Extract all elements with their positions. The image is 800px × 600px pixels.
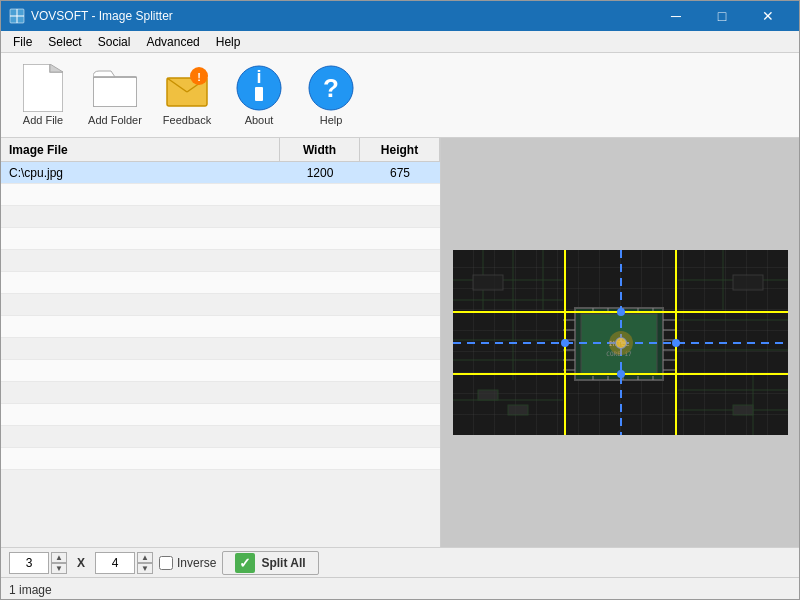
table-row[interactable]	[1, 338, 440, 360]
rows-spinner: ▲ ▼	[95, 552, 153, 574]
cell-image-file: C:\cpu.jpg	[1, 162, 280, 183]
svg-point-71	[617, 308, 625, 316]
rows-up-arrow[interactable]: ▲	[137, 552, 153, 563]
circuit-svg: INTEL CORE i7	[453, 250, 788, 435]
close-button[interactable]: ✕	[745, 1, 791, 31]
circuit-board-image: INTEL CORE i7	[453, 250, 788, 435]
svg-marker-4	[50, 64, 63, 72]
window-controls: ─ □ ✕	[653, 1, 791, 31]
add-folder-icon	[91, 64, 139, 112]
toolbar: Add File Add Folder ! Feedba	[1, 53, 799, 138]
rows-arrows: ▲ ▼	[137, 552, 153, 574]
split-all-label: Split All	[261, 556, 305, 570]
add-file-label: Add File	[23, 114, 63, 126]
svg-rect-33	[508, 405, 528, 415]
bottom-controls: ▲ ▼ X ▲ ▼ Inverse ✓ Split All	[1, 547, 799, 577]
split-check-icon: ✓	[235, 553, 255, 573]
svg-point-69	[561, 339, 569, 347]
titlebar: VOVSOFT - Image Splitter ─ □ ✕	[1, 1, 799, 31]
rows-down-arrow[interactable]: ▼	[137, 563, 153, 574]
feedback-icon: !	[163, 64, 211, 112]
about-icon: i	[235, 64, 283, 112]
about-label: About	[245, 114, 274, 126]
col-header-width: Width	[280, 138, 360, 161]
columns-up-arrow[interactable]: ▲	[51, 552, 67, 563]
inverse-checkbox[interactable]	[159, 556, 173, 570]
file-list-body[interactable]: C:\cpu.jpg 1200 675	[1, 162, 440, 547]
svg-rect-32	[478, 390, 498, 400]
status-text: 1 image	[9, 583, 52, 597]
svg-text:!: !	[197, 71, 201, 83]
table-row[interactable]	[1, 250, 440, 272]
svg-point-70	[672, 339, 680, 347]
file-list: Image File Width Height C:\cpu.jpg 1200 …	[1, 138, 441, 547]
table-row[interactable]	[1, 294, 440, 316]
menu-select[interactable]: Select	[40, 32, 89, 52]
col-header-image-file: Image File	[1, 138, 280, 161]
columns-down-arrow[interactable]: ▼	[51, 563, 67, 574]
table-row[interactable]	[1, 382, 440, 404]
add-file-button[interactable]: Add File	[9, 58, 77, 133]
svg-rect-5	[93, 77, 137, 107]
col-header-height: Height	[360, 138, 440, 161]
svg-point-72	[617, 370, 625, 378]
feedback-button[interactable]: ! Feedback	[153, 58, 221, 133]
columns-input[interactable]	[9, 552, 49, 574]
add-file-icon	[19, 64, 67, 112]
table-row[interactable]	[1, 404, 440, 426]
svg-point-75	[616, 338, 626, 348]
x-separator: X	[73, 556, 89, 570]
image-preview: INTEL CORE i7	[441, 138, 799, 547]
help-button[interactable]: ? Help	[297, 58, 365, 133]
feedback-label: Feedback	[163, 114, 211, 126]
menu-file[interactable]: File	[5, 32, 40, 52]
maximize-button[interactable]: □	[699, 1, 745, 31]
menu-help[interactable]: Help	[208, 32, 249, 52]
split-all-button[interactable]: ✓ Split All	[222, 551, 318, 575]
menu-social[interactable]: Social	[90, 32, 139, 52]
svg-rect-34	[733, 405, 753, 415]
app-icon	[9, 8, 25, 24]
table-row[interactable]	[1, 228, 440, 250]
cell-width: 1200	[280, 162, 360, 183]
table-row[interactable]	[1, 448, 440, 470]
table-row[interactable]	[1, 426, 440, 448]
columns-arrows: ▲ ▼	[51, 552, 67, 574]
table-row[interactable]	[1, 272, 440, 294]
file-list-header: Image File Width Height	[1, 138, 440, 162]
columns-spinner: ▲ ▼	[9, 552, 67, 574]
help-label: Help	[320, 114, 343, 126]
window-title: VOVSOFT - Image Splitter	[31, 9, 653, 23]
rows-input[interactable]	[95, 552, 135, 574]
inverse-label: Inverse	[177, 556, 216, 570]
cell-height: 675	[360, 162, 440, 183]
statusbar: 1 image	[1, 577, 799, 600]
svg-rect-35	[473, 275, 503, 290]
menu-advanced[interactable]: Advanced	[138, 32, 207, 52]
table-row[interactable]: C:\cpu.jpg 1200 675	[1, 162, 440, 184]
main-content: Image File Width Height C:\cpu.jpg 1200 …	[1, 138, 799, 547]
table-row[interactable]	[1, 316, 440, 338]
add-folder-label: Add Folder	[88, 114, 142, 126]
table-row[interactable]	[1, 206, 440, 228]
menubar: File Select Social Advanced Help	[1, 31, 799, 53]
svg-text:i: i	[256, 67, 261, 87]
help-icon: ?	[307, 64, 355, 112]
svg-rect-36	[733, 275, 763, 290]
about-button[interactable]: i About	[225, 58, 293, 133]
svg-rect-14	[255, 87, 263, 101]
inverse-group: Inverse	[159, 556, 216, 570]
table-row[interactable]	[1, 360, 440, 382]
minimize-button[interactable]: ─	[653, 1, 699, 31]
add-folder-button[interactable]: Add Folder	[81, 58, 149, 133]
svg-text:?: ?	[323, 73, 339, 103]
table-row[interactable]	[1, 184, 440, 206]
